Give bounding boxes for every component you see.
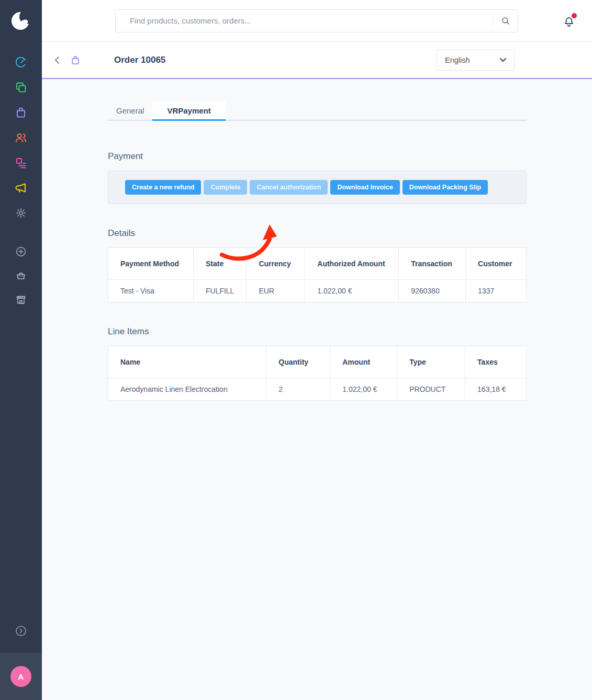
col-name: Name	[108, 346, 266, 378]
cell-type: PRODUCT	[397, 378, 465, 401]
line-items-header-row: Name Quantity Amount Type Taxes	[108, 346, 527, 378]
col-taxes: Taxes	[465, 346, 527, 378]
download-invoice-button[interactable]: Download Invoice	[330, 180, 399, 195]
notifications-button[interactable]	[563, 14, 576, 28]
cell-transaction: 9260380	[399, 280, 466, 302]
search-button[interactable]	[493, 10, 518, 32]
line-item-row: Aerodynamic Linen Electrocation 2 1.022,…	[108, 378, 527, 401]
cell-name: Aerodynamic Linen Electrocation	[108, 378, 266, 401]
topbar	[42, 0, 592, 42]
payment-actions-panel: Create a new refund Complete Cancel auth…	[108, 171, 527, 204]
sidebar-item-basket[interactable]	[0, 264, 42, 288]
download-packing-slip-button[interactable]: Download Packing Slip	[403, 180, 488, 195]
cell-authorized-amount: 1.022,00 €	[305, 280, 399, 302]
tab-general[interactable]: General	[108, 101, 152, 121]
search-icon	[501, 16, 510, 26]
sidebar-secondary-nav	[0, 240, 42, 312]
back-button[interactable]	[53, 55, 61, 65]
search-input[interactable]	[116, 10, 493, 32]
orders-bag-icon	[15, 106, 27, 119]
section-payment-title: Payment	[108, 151, 527, 162]
sidebar-item-settings[interactable]	[0, 200, 42, 225]
language-value: English	[445, 56, 470, 64]
create-refund-button[interactable]: Create a new refund	[125, 180, 201, 195]
content-icon	[15, 156, 27, 169]
storefront-icon	[15, 294, 27, 306]
cancel-authorization-button[interactable]: Cancel authorization	[250, 180, 328, 195]
details-row: Test - Visa FULFILL EUR 1.022,00 € 92603…	[108, 280, 527, 302]
tab-vrpayment[interactable]: VRPayment	[152, 101, 225, 121]
col-authorized-amount: Authorized Amount	[305, 248, 399, 280]
shopware-logo[interactable]	[0, 0, 42, 42]
order-module-bag-icon	[70, 55, 81, 65]
col-state: State	[193, 248, 246, 280]
sidebar-item-customers[interactable]	[0, 125, 42, 150]
chevron-down-icon	[499, 58, 507, 62]
notification-dot	[572, 13, 577, 18]
cell-payment-method: Test - Visa	[108, 280, 194, 302]
col-type: Type	[397, 346, 465, 378]
avatar-initial: A	[18, 672, 24, 681]
smart-bar: Order 10065 English	[42, 42, 592, 79]
user-section: A	[0, 653, 42, 700]
col-customer: Customer	[466, 248, 527, 280]
main-area: Order 10065 English General VRPayment Pa…	[42, 0, 592, 700]
cell-quantity: 2	[266, 378, 330, 401]
sidebar: A	[0, 0, 42, 700]
details-table: Payment Method State Currency Authorized…	[108, 247, 527, 302]
cell-customer: 1337	[466, 280, 527, 302]
cell-currency: EUR	[247, 280, 305, 302]
language-select[interactable]: English	[436, 50, 515, 71]
dashboard-icon	[15, 56, 27, 69]
cell-taxes: 163,18 €	[465, 378, 527, 401]
global-search[interactable]	[115, 9, 518, 32]
expand-menu-toggle[interactable]	[0, 618, 42, 643]
cell-state: FULFILL	[193, 280, 246, 302]
sidebar-item-extensions[interactable]	[0, 240, 42, 264]
complete-button[interactable]: Complete	[204, 180, 247, 195]
col-currency: Currency	[247, 248, 305, 280]
line-items-table: Name Quantity Amount Type Taxes Aerodyna…	[108, 346, 527, 401]
catalogues-icon	[15, 81, 27, 94]
sidebar-nav	[0, 42, 42, 225]
content-area: General VRPayment Payment Create a new r…	[42, 79, 592, 700]
chevron-left-icon	[53, 55, 61, 65]
sidebar-item-orders[interactable]	[0, 100, 42, 125]
settings-gear-icon	[15, 207, 27, 219]
sidebar-item-content[interactable]	[0, 150, 42, 175]
tab-bar: General VRPayment	[108, 101, 527, 121]
sidebar-item-storefront[interactable]	[0, 288, 42, 312]
col-quantity: Quantity	[266, 346, 330, 378]
customers-icon	[15, 131, 27, 144]
avatar[interactable]: A	[10, 666, 31, 687]
sidebar-item-dashboard[interactable]	[0, 50, 42, 75]
basket-icon	[15, 270, 27, 281]
sidebar-item-marketing[interactable]	[0, 175, 42, 200]
col-transaction: Transaction	[399, 248, 466, 280]
sidebar-item-catalogues[interactable]	[0, 75, 42, 100]
section-line-items-title: Line Items	[108, 326, 527, 337]
cell-amount: 1.022,00 €	[330, 378, 397, 401]
shopware-logo-icon	[9, 9, 32, 32]
marketing-megaphone-icon	[15, 182, 27, 194]
chevron-right-circle-icon	[15, 625, 27, 637]
plus-circle-icon	[15, 246, 27, 257]
page-title: Order 10065	[114, 55, 165, 65]
col-payment-method: Payment Method	[108, 248, 194, 280]
details-header-row: Payment Method State Currency Authorized…	[108, 248, 527, 280]
section-details-title: Details	[108, 228, 527, 239]
col-amount: Amount	[330, 346, 397, 378]
